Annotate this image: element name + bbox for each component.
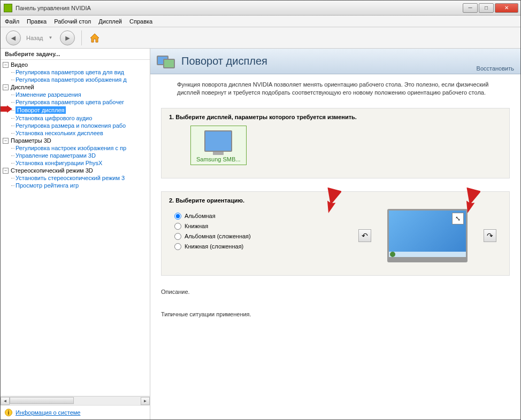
step2-panel: 2. Выберите ориентацию. Альбомная Книжна… [161, 191, 510, 276]
tree-item[interactable]: Установка цифрового аудио [11, 114, 150, 122]
tree-item[interactable]: Установка нескольких дисплеев [11, 129, 150, 137]
scroll-left-icon[interactable]: ◄ [1, 397, 10, 405]
sidebar-footer: i Информация о системе [1, 405, 150, 419]
radio-input[interactable] [174, 223, 181, 230]
tree-item[interactable]: Регулировка параметров изображения д [11, 76, 150, 83]
step1-panel: 1. Выберите дисплей, параметры которого … [161, 108, 510, 178]
description-text: Функция поворота дисплея NVIDIA позволяе… [161, 81, 510, 97]
menu-edit[interactable]: Правка [27, 18, 47, 25]
collapse-icon[interactable]: − [3, 168, 9, 174]
collapse-icon[interactable]: − [3, 84, 9, 90]
task-tree: − Видео Регулировка параметров цвета для… [1, 60, 150, 396]
radio-portrait[interactable]: Книжная [174, 221, 251, 231]
preview-monitor[interactable]: ⤡ [387, 209, 468, 262]
titlebar[interactable]: Панель управления NVIDIA ─ □ ✕ [1, 1, 520, 15]
step1-title: 1. Выберите дисплей, параметры которого … [169, 114, 502, 120]
monitor-icon [204, 130, 232, 152]
info-icon: i [5, 409, 12, 416]
menu-desktop[interactable]: Рабочий стол [54, 18, 91, 25]
toolbar-separator [81, 30, 82, 45]
tree-item[interactable]: Регулировка размера и положения рабо [11, 122, 150, 129]
tree-item[interactable]: Изменение разрешения [11, 91, 150, 98]
content-body: Функция поворота дисплея NVIDIA позволяе… [150, 74, 520, 419]
rotate-ccw-button[interactable]: ↶ [358, 229, 371, 242]
preview-area: ↶ ⤡ ↷ [251, 209, 502, 262]
tree-group-video[interactable]: − Видео [3, 61, 150, 68]
back-dropdown-icon[interactable]: ▼ [49, 35, 53, 40]
tree-group-display[interactable]: − Дисплей [3, 83, 150, 91]
forward-button[interactable]: ► [60, 30, 75, 45]
nvidia-icon [4, 4, 12, 12]
menubar: Файл Правка Рабочий стол Дисплей Справка [1, 15, 520, 27]
radio-landscape[interactable]: Альбомная [174, 211, 251, 221]
close-button[interactable]: ✕ [495, 3, 518, 13]
tree-group-3d[interactable]: − Параметры 3D [3, 137, 150, 144]
content-pane: Поворот дисплея Восстановить Функция пов… [150, 49, 520, 419]
radio-landscape-flipped[interactable]: Альбомная (сложенная) [174, 231, 251, 242]
tree-item[interactable]: Регулировка параметров цвета рабочег [11, 98, 150, 106]
tree-item[interactable]: Управление параметрами 3D [11, 152, 150, 159]
home-button[interactable] [88, 32, 101, 44]
usage-label: Типичные ситуации применения. [161, 311, 510, 317]
system-info-link[interactable]: Информация о системе [16, 409, 80, 416]
window-title: Панель управления NVIDIA [16, 5, 462, 11]
menu-file[interactable]: Файл [5, 18, 19, 25]
radio-input[interactable] [174, 233, 181, 240]
scroll-track[interactable] [10, 397, 141, 405]
rotate-display-icon [157, 52, 176, 71]
radio-input[interactable] [174, 213, 181, 220]
swap-orientation-icon[interactable]: ⤡ [452, 213, 464, 224]
maximize-button[interactable]: □ [479, 3, 494, 13]
tree-item-rotate-display[interactable]: Поворот дисплея [11, 106, 150, 114]
rotate-cw-button[interactable]: ↷ [484, 229, 496, 242]
tree-group-stereo[interactable]: − Стереоскопический режим 3D [3, 167, 150, 174]
tree-item[interactable]: Установить стереоскопический режим 3 [11, 174, 150, 182]
horizontal-scrollbar[interactable]: ◄ ► [1, 396, 150, 405]
annotation-arrow-icon [320, 188, 341, 214]
content-header: Поворот дисплея Восстановить [150, 49, 520, 74]
toolbar: ◄ Назад ▼ ► [1, 27, 520, 49]
radio-input[interactable] [174, 243, 181, 250]
description-label: Описание. [161, 289, 510, 295]
scroll-right-icon[interactable]: ► [141, 397, 150, 405]
collapse-icon[interactable]: − [3, 138, 9, 144]
sidebar-task-label: Выберите задачу... [1, 49, 150, 60]
tree-item[interactable]: Просмотр рейтинга игр [11, 182, 150, 189]
annotation-arrow-icon [459, 188, 480, 214]
display-name: Samsung SMB... [196, 156, 241, 162]
minimize-button[interactable]: ─ [463, 3, 478, 13]
back-label: Назад [26, 35, 43, 41]
menu-help[interactable]: Справка [129, 18, 152, 25]
scroll-thumb[interactable] [10, 397, 74, 404]
orientation-radios: Альбомная Книжная Альбомная (сложенная) [174, 211, 251, 252]
sidebar: Выберите задачу... − Видео Регулировка п… [1, 49, 150, 419]
restore-link[interactable]: Восстановить [477, 65, 514, 72]
tree-item[interactable]: Регулировка настроек изображения с пр [11, 144, 150, 152]
app-window: Панель управления NVIDIA ─ □ ✕ Файл Прав… [0, 0, 521, 420]
page-title: Поворот дисплея [181, 55, 267, 67]
tree-item[interactable]: Регулировка параметров цвета для вид [11, 68, 150, 76]
menu-display[interactable]: Дисплей [98, 18, 122, 25]
tree-item[interactable]: Установка конфигурации PhysX [11, 159, 150, 167]
radio-portrait-flipped[interactable]: Книжная (сложенная) [174, 242, 251, 252]
back-button[interactable]: ◄ [6, 30, 21, 45]
display-selector[interactable]: Samsung SMB... [190, 126, 247, 165]
collapse-icon[interactable]: − [3, 62, 9, 68]
